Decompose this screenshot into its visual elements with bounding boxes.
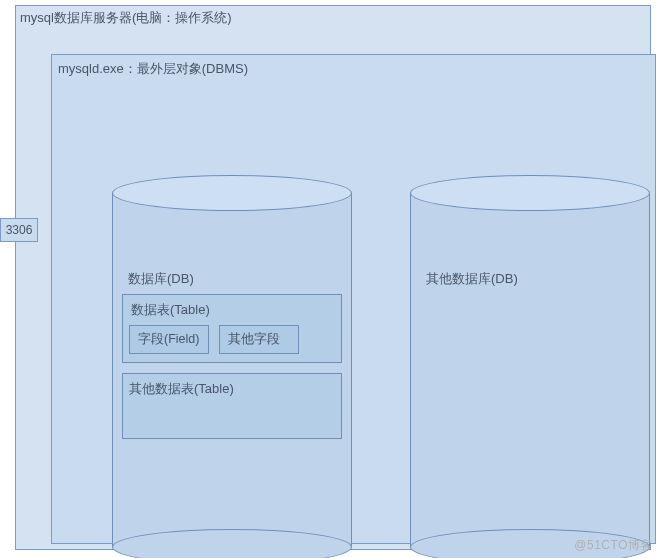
port-label: 3306 [6, 223, 33, 237]
port-box: 3306 [0, 218, 38, 242]
watermark: @51CTO博客 [574, 537, 653, 554]
other-table-box: 其他数据表(Table) [122, 373, 342, 439]
fields-row: 字段(Field) 其他字段 [129, 325, 335, 354]
database-label: 数据库(DB) [128, 270, 344, 288]
database-cylinder: 数据库(DB) 数据表(Table) 字段(Field) 其他字段 其他数据表(… [112, 175, 352, 558]
other-database-content: 其他数据库(DB) [410, 215, 650, 545]
field-box: 字段(Field) [129, 325, 209, 354]
database-content: 数据库(DB) 数据表(Table) 字段(Field) 其他字段 其他数据表(… [112, 215, 352, 545]
cylinder-top [410, 175, 650, 211]
dbms-label: mysqld.exe：最外层对象(DBMS) [58, 60, 248, 78]
other-field-box: 其他字段 [219, 325, 299, 354]
other-database-label: 其他数据库(DB) [426, 270, 642, 288]
mysql-server-box: mysql数据库服务器(电脑：操作系统) mysqld.exe：最外层对象(DB… [15, 5, 651, 550]
other-database-cylinder: 其他数据库(DB) [410, 175, 650, 558]
table-box: 数据表(Table) 字段(Field) 其他字段 [122, 294, 342, 363]
dbms-box: mysqld.exe：最外层对象(DBMS) 数据库(DB) 数据表(Table… [51, 54, 656, 544]
table-label: 数据表(Table) [131, 301, 335, 319]
other-table-label: 其他数据表(Table) [129, 380, 335, 398]
cylinder-top [112, 175, 352, 211]
mysql-server-label: mysql数据库服务器(电脑：操作系统) [20, 9, 232, 27]
